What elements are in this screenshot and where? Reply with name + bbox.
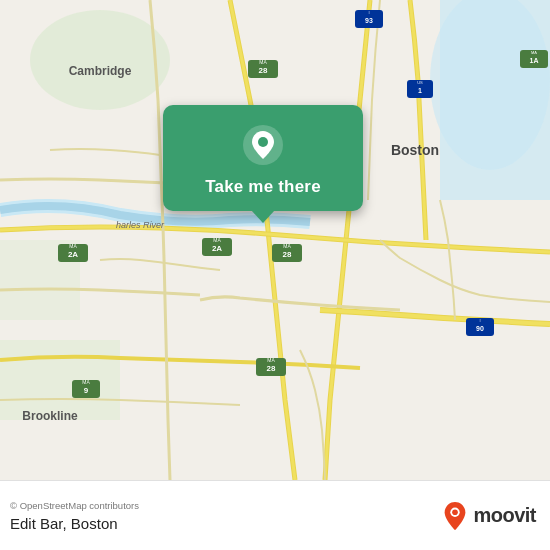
svg-point-2 [30, 10, 170, 110]
svg-point-40 [258, 137, 268, 147]
svg-point-42 [453, 509, 459, 515]
svg-text:2A: 2A [212, 244, 222, 253]
location-title: Edit Bar, Boston [10, 515, 139, 532]
bottom-left: © OpenStreetMap contributors Edit Bar, B… [10, 500, 139, 532]
moovit-pin-icon [441, 500, 469, 532]
map-container: 2A MA 2A MA 28 MA 28 MA 93 I 1 US 1A MA … [0, 0, 550, 480]
svg-text:MA: MA [283, 243, 291, 249]
location-pin-icon [241, 123, 285, 167]
take-me-there-button[interactable]: Take me there [205, 177, 321, 197]
svg-text:harles River: harles River [116, 220, 165, 230]
svg-text:28: 28 [267, 364, 276, 373]
svg-text:1: 1 [418, 87, 422, 94]
svg-text:Brookline: Brookline [22, 409, 78, 423]
bottom-bar: © OpenStreetMap contributors Edit Bar, B… [0, 480, 550, 550]
svg-text:1A: 1A [530, 57, 539, 64]
svg-text:MA: MA [259, 59, 267, 65]
popup-card[interactable]: Take me there [163, 105, 363, 211]
map-roads: 2A MA 2A MA 28 MA 28 MA 93 I 1 US 1A MA … [0, 0, 550, 480]
svg-text:Boston: Boston [391, 142, 439, 158]
svg-text:93: 93 [365, 17, 373, 24]
svg-text:I: I [479, 318, 480, 323]
svg-text:90: 90 [476, 325, 484, 332]
svg-text:9: 9 [84, 386, 89, 395]
svg-rect-3 [0, 340, 120, 420]
svg-text:MA: MA [69, 243, 77, 249]
svg-text:MA: MA [267, 357, 275, 363]
svg-text:US: US [417, 80, 423, 85]
svg-text:Cambridge: Cambridge [69, 64, 132, 78]
svg-text:I: I [368, 10, 369, 15]
moovit-brand-text: moovit [473, 504, 536, 527]
svg-text:2A: 2A [68, 250, 78, 259]
svg-text:MA: MA [531, 50, 537, 55]
svg-text:MA: MA [213, 237, 221, 243]
moovit-logo: moovit [441, 500, 536, 532]
svg-text:28: 28 [259, 66, 268, 75]
svg-text:MA: MA [82, 379, 90, 385]
copyright-text: © OpenStreetMap contributors [10, 500, 139, 511]
svg-text:28: 28 [283, 250, 292, 259]
